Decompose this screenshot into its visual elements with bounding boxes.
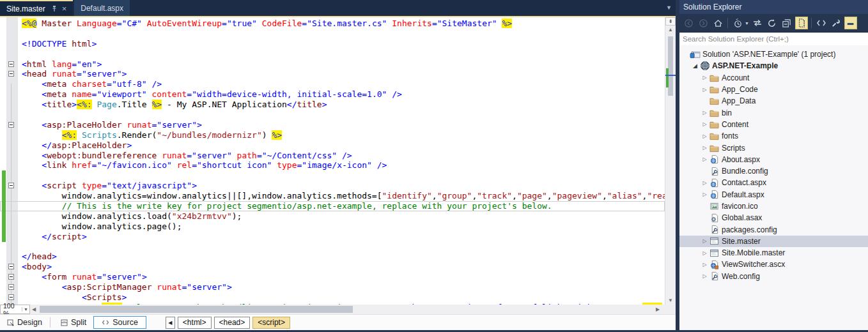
tab-default-aspx[interactable]: Default.aspx [74, 0, 130, 16]
properties-wrench-icon[interactable] [830, 17, 842, 29]
fold-collapse-icon[interactable] [8, 274, 14, 280]
expander-icon[interactable]: ▷ [701, 133, 709, 139]
close-icon[interactable]: × [62, 6, 67, 12]
pin-icon[interactable] [51, 5, 58, 12]
fold-collapse-icon[interactable] [8, 122, 14, 128]
tree-item-viewswitcher-ascx[interactable]: ▷ViewSwitcher.ascx [679, 259, 868, 270]
panel-title[interactable]: Solution Explorer [679, 0, 868, 14]
view-code-icon[interactable] [815, 17, 828, 29]
tree-item-scripts[interactable]: ▷Scripts [679, 142, 868, 153]
fold-collapse-icon[interactable] [8, 61, 14, 67]
tree-item-favicon-ico[interactable]: favicon.ico [679, 200, 868, 212]
code-line[interactable] [0, 29, 665, 39]
fold-collapse-icon[interactable] [8, 183, 14, 188]
horizontal-scrollbar-thumb[interactable] [40, 306, 353, 313]
tree-item-web-config[interactable]: ▷Web.config [679, 271, 868, 282]
tag-navigator-back-icon[interactable]: ◀ [166, 317, 175, 329]
code-line[interactable]: <link href="~/favicon.ico" rel="shortcut… [0, 160, 665, 170]
scroll-left-icon[interactable]: ◀ [32, 306, 36, 312]
tree-item-app-data[interactable]: App_Data [679, 95, 868, 107]
code-line[interactable]: window.analytics=window.analytics||[],wi… [0, 191, 665, 201]
split-view-button[interactable]: Split [56, 317, 91, 328]
code-line[interactable]: </script> [0, 232, 665, 242]
expander-icon[interactable]: ▷ [701, 250, 709, 256]
tree-item-about-aspx[interactable]: ▷About.aspx [679, 154, 868, 165]
scroll-up-icon[interactable]: ▲ [665, 27, 676, 33]
code-line[interactable]: // This is the write key for project seg… [0, 201, 665, 211]
fold-collapse-icon[interactable] [8, 294, 14, 300]
code-line[interactable] [0, 170, 665, 181]
code-line[interactable]: <body> [0, 262, 665, 272]
forward-icon[interactable] [697, 17, 709, 29]
tree-item-site-mobile-master[interactable]: ▷Site.Mobile.master [679, 247, 868, 259]
expander-icon[interactable]: ▷ [701, 273, 709, 279]
code-line[interactable]: <%: Scripts.Render("~/bundles/modernizr"… [0, 130, 665, 140]
code-line[interactable]: <%@ Master Language="C#" AutoEventWireup… [0, 19, 665, 29]
code-line[interactable] [0, 49, 665, 59]
expander-icon[interactable]: ▷ [701, 75, 709, 80]
fold-collapse-icon[interactable] [8, 71, 14, 77]
expander-icon[interactable]: ▷ [701, 145, 709, 151]
document-list-dropdown-icon[interactable]: ▼ [666, 4, 672, 11]
tree-item-site-master[interactable]: ▷Site.master [679, 236, 868, 247]
expander-icon[interactable]: ▷ [701, 110, 709, 116]
expander-icon[interactable]: ▷ [701, 192, 709, 197]
fold-collapse-icon[interactable] [8, 264, 14, 269]
code-line[interactable]: <meta charset="utf-8" /> [0, 79, 665, 89]
code-line[interactable]: <form runat="server"> [0, 272, 665, 282]
expander-icon[interactable]: ▷ [701, 262, 709, 268]
search-input[interactable] [679, 33, 868, 45]
pending-changes-filter-icon[interactable] [731, 17, 744, 29]
tree-item-solution-asp-net-example-1-project-[interactable]: Solution 'ASP.NET-Example' (1 project) [679, 49, 868, 60]
expander-icon[interactable]: ▷ [701, 87, 709, 93]
tree-item-packages-config[interactable]: packages.config [679, 223, 868, 235]
tree-item-content[interactable]: ▷Content [679, 119, 868, 130]
tag-navigator-item[interactable]: <script> [252, 317, 290, 329]
expander-icon[interactable]: ◢ [691, 63, 699, 69]
design-view-button[interactable]: Design [3, 317, 47, 328]
back-icon[interactable] [682, 17, 695, 29]
zoom-level-select[interactable]: 100 % ▼ [0, 305, 30, 314]
tag-navigator-item[interactable]: <head> [214, 317, 251, 329]
tree-item-bundle-config[interactable]: Bundle.config [679, 165, 868, 177]
chevron-down-icon[interactable]: ▼ [745, 21, 749, 26]
scroll-right-icon[interactable]: ▶ [656, 306, 660, 312]
code-line[interactable]: window.analytics.page(); [0, 222, 665, 232]
code-editor[interactable]: <%@ Master Language="C#" AutoEventWireup… [0, 17, 665, 305]
tree-item-account[interactable]: ▷Account [679, 72, 868, 84]
code-line[interactable]: <Scripts> [0, 292, 665, 303]
code-line[interactable]: </asp:PlaceHolder> [0, 140, 665, 151]
split-window-handle[interactable]: ⇟ [665, 17, 676, 26]
expander-icon[interactable]: ▷ [701, 238, 709, 244]
sync-with-active-document-icon[interactable] [751, 17, 764, 29]
tree-item-fonts[interactable]: ▷fonts [679, 130, 868, 142]
tag-navigator-item[interactable]: <html> [178, 317, 212, 329]
refresh-icon[interactable] [766, 17, 779, 29]
scroll-down-icon[interactable]: ▼ [665, 298, 676, 303]
preview-selected-items-icon[interactable] [844, 17, 857, 29]
code-line[interactable]: <meta name="viewport" content="width=dev… [0, 89, 665, 100]
tab-site-master[interactable]: Site.master × [0, 0, 73, 16]
expander-icon[interactable]: ▷ [701, 121, 709, 127]
code-line[interactable] [0, 110, 665, 120]
code-line[interactable]: window.analytics.load("x24b2rmtvv"); [0, 211, 665, 222]
tree-item-global-asax[interactable]: Global.asax [679, 212, 868, 223]
code-line[interactable]: <webopt:bundlereference runat="server" p… [0, 151, 665, 161]
code-line[interactable]: <html lang="en"> [0, 59, 665, 70]
tree-item-asp-net-example[interactable]: ◢ASP.NET-Example [679, 60, 868, 72]
code-line[interactable] [0, 242, 665, 252]
code-line[interactable]: <script type="text/javascript"> [0, 181, 665, 191]
chevron-down-icon[interactable]: ▼ [22, 307, 29, 312]
tree-item-contact-aspx[interactable]: ▷Contact.aspx [679, 177, 868, 188]
collapse-all-icon[interactable] [780, 17, 793, 29]
tree-item-bin[interactable]: ▷bin [679, 107, 868, 118]
source-view-button[interactable]: Source [93, 316, 146, 329]
show-all-files-icon[interactable] [795, 17, 808, 29]
vertical-scrollbar-thumb[interactable] [668, 36, 673, 96]
code-line[interactable]: <asp:ScriptManager runat="server"> [0, 282, 665, 292]
home-icon[interactable] [711, 17, 724, 29]
tree-item-default-aspx[interactable]: ▷Default.aspx [679, 189, 868, 200]
code-line[interactable]: <asp:PlaceHolder runat="server"> [0, 120, 665, 130]
fold-collapse-icon[interactable] [8, 284, 14, 290]
code-line[interactable]: <!DOCTYPE html> [0, 39, 665, 49]
